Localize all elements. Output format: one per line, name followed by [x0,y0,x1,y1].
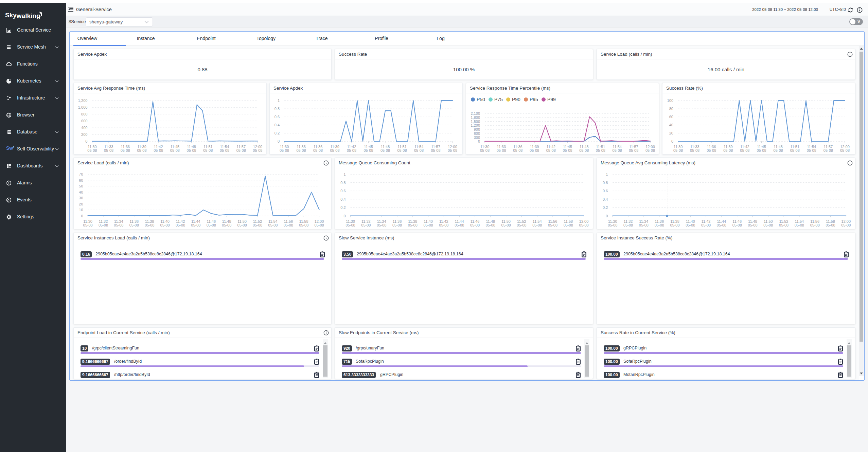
svg-text:05-08: 05-08 [222,223,231,227]
svg-text:05-08: 05-08 [104,148,113,152]
svg-text:05-08: 05-08 [207,223,216,227]
svg-text:05-08: 05-08 [639,223,649,227]
svg-text:60: 60 [669,115,673,119]
svg-text:0: 0 [606,214,608,218]
svg-text:60: 60 [79,178,83,182]
svg-text:05-08: 05-08 [501,223,511,227]
svg-text:0: 0 [278,139,280,143]
svg-text:05-08: 05-08 [841,223,851,227]
svg-text:05-08: 05-08 [397,148,407,152]
svg-text:600: 600 [474,131,480,135]
svg-text:1,200: 1,200 [78,98,88,103]
svg-text:05-08: 05-08 [707,148,716,152]
svg-text:05-08: 05-08 [596,148,605,152]
svg-text:P50: P50 [477,97,485,102]
svg-text:P75: P75 [494,97,503,102]
svg-text:0.6: 0.6 [274,115,280,119]
svg-text:05-08: 05-08 [548,223,557,227]
svg-text:70: 70 [79,172,83,176]
svg-text:05-08: 05-08 [346,223,355,227]
svg-text:1,200: 1,200 [471,123,480,127]
svg-text:80: 80 [669,107,673,111]
svg-text:40: 40 [79,190,83,194]
svg-text:0.4: 0.4 [274,123,280,127]
svg-text:0.6: 0.6 [603,189,608,193]
svg-text:05-08: 05-08 [268,223,278,227]
svg-text:05-08: 05-08 [408,223,418,227]
svg-text:05-08: 05-08 [253,148,262,152]
svg-text:0.6: 0.6 [340,189,346,193]
svg-text:300: 300 [474,135,480,140]
svg-text:2,100: 2,100 [471,111,480,115]
svg-text:800: 800 [81,112,87,116]
svg-text:05-08: 05-08 [645,148,655,152]
svg-text:05-08: 05-08 [455,223,464,227]
svg-text:05-08: 05-08 [613,148,622,152]
svg-text:0.8: 0.8 [274,107,280,111]
svg-text:05-08: 05-08 [690,148,699,152]
svg-text:0: 0 [671,139,673,143]
svg-text:P95: P95 [530,97,538,102]
svg-text:05-08: 05-08 [757,148,766,152]
svg-text:05-08: 05-08 [83,223,93,227]
svg-text:05-08: 05-08 [480,148,490,152]
svg-text:05-08: 05-08 [655,223,664,227]
svg-text:05-08: 05-08 [280,148,289,152]
svg-text:05-08: 05-08 [717,223,726,227]
svg-text:05-08: 05-08 [87,148,97,152]
svg-text:0.2: 0.2 [274,131,280,135]
svg-text:20: 20 [79,202,83,206]
svg-text:05-08: 05-08 [608,223,617,227]
svg-text:05-08: 05-08 [774,148,783,152]
svg-text:05-08: 05-08 [579,148,589,152]
svg-text:05-08: 05-08 [732,223,742,227]
svg-text:05-08: 05-08 [296,148,306,152]
svg-text:1,800: 1,800 [471,115,480,120]
svg-text:05-08: 05-08 [497,148,506,152]
svg-text:05-08: 05-08 [299,223,308,227]
svg-text:30: 30 [79,196,83,200]
svg-text:05-08: 05-08 [686,223,695,227]
svg-text:05-08: 05-08 [377,223,386,227]
svg-text:05-08: 05-08 [439,223,448,227]
svg-text:05-08: 05-08 [237,223,247,227]
svg-text:05-08: 05-08 [187,148,196,152]
svg-text:P99: P99 [547,97,556,102]
svg-text:0.4: 0.4 [603,197,608,201]
svg-text:05-08: 05-08 [629,148,638,152]
svg-text:05-08: 05-08 [530,148,539,152]
svg-text:1: 1 [278,98,280,103]
svg-text:0.4: 0.4 [340,197,346,201]
svg-text:05-08: 05-08 [330,148,339,152]
svg-text:05-08: 05-08 [826,223,835,227]
svg-text:05-08: 05-08 [790,148,800,152]
svg-text:05-08: 05-08 [723,148,733,152]
svg-text:05-08: 05-08 [517,223,526,227]
svg-text:05-08: 05-08 [220,148,229,152]
svg-text:05-08: 05-08 [701,223,711,227]
svg-text:1: 1 [343,172,346,176]
svg-text:0.8: 0.8 [340,181,346,185]
svg-text:0: 0 [81,214,83,218]
svg-text:05-08: 05-08 [532,223,542,227]
svg-text:400: 400 [81,126,87,130]
svg-text:05-08: 05-08 [763,223,773,227]
svg-text:05-08: 05-08 [579,223,589,227]
svg-text:0.2: 0.2 [603,205,608,210]
svg-text:05-08: 05-08 [121,148,130,152]
svg-text:05-08: 05-08 [392,223,402,227]
svg-text:05-08: 05-08 [823,148,833,152]
svg-text:05-08: 05-08 [840,148,850,152]
svg-text:0: 0 [343,214,346,218]
svg-text:05-08: 05-08 [795,223,804,227]
svg-text:0: 0 [85,139,87,143]
svg-text:05-08: 05-08 [513,148,522,152]
svg-text:05-08: 05-08 [129,223,139,227]
svg-text:50: 50 [79,184,83,188]
svg-text:05-08: 05-08 [564,223,573,227]
svg-text:05-08: 05-08 [807,148,816,152]
svg-text:100: 100 [667,98,673,103]
svg-text:05-08: 05-08 [191,223,200,227]
svg-text:05-08: 05-08 [740,148,749,152]
svg-text:05-08: 05-08 [448,148,457,152]
